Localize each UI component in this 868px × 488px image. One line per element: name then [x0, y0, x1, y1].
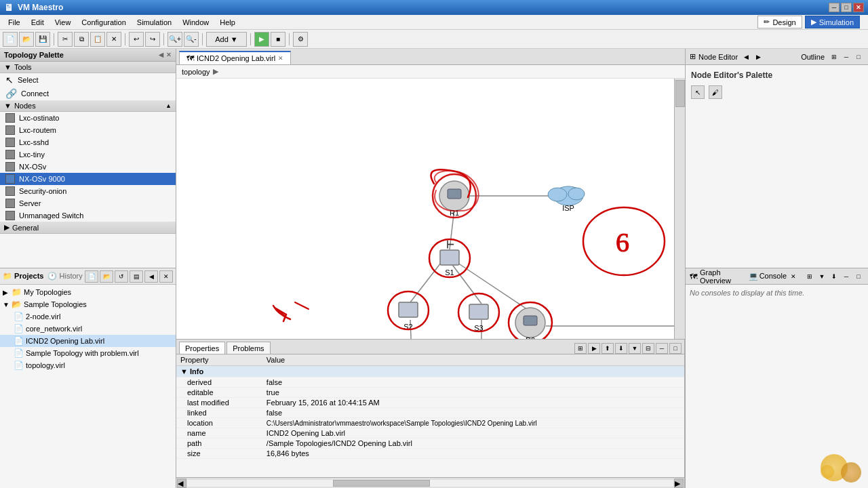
cut-button[interactable]: ✂ — [58, 32, 73, 47]
prop-maximize[interactable]: □ — [669, 343, 682, 354]
proj-folder-btn[interactable]: 📂 — [100, 270, 113, 283]
zoom-in-button[interactable]: 🔍+ — [167, 32, 182, 47]
general-section-header[interactable]: ▶ General — [0, 222, 176, 234]
prop-scroll-left[interactable]: ◀ — [177, 479, 186, 488]
prop-btn-1[interactable]: ⊞ — [574, 343, 587, 354]
menu-file[interactable]: File — [3, 17, 26, 28]
node-lxc-tiny[interactable]: Lxc-tiny — [0, 148, 176, 161]
prop-section-info: ▼ Info — [176, 366, 684, 378]
tab-close-button[interactable]: ✕ — [278, 55, 283, 62]
menu-simulation[interactable]: Simulation — [132, 17, 177, 28]
minimize-button[interactable]: ─ — [829, 3, 840, 12]
console-min-btn[interactable]: ─ — [841, 272, 852, 281]
delete-button[interactable]: ✕ — [106, 32, 121, 47]
node-editor-icon-row: ↖ 🖌 — [688, 83, 865, 102]
node-security-onion[interactable]: Security-onion — [0, 185, 176, 197]
tree-2node[interactable]: 📄 2-node.virl — [0, 310, 176, 323]
menu-edit[interactable]: Edit — [26, 17, 50, 28]
properties-tab[interactable]: Properties — [179, 342, 225, 354]
open-button[interactable]: 📂 — [19, 32, 34, 47]
maximize-button[interactable]: □ — [841, 3, 852, 12]
tree-sample-problem[interactable]: 📄 Sample Topology with problem.virl — [0, 347, 176, 359]
prop-btn-5[interactable]: ▼ — [629, 343, 641, 354]
prop-hscrollbar[interactable]: ◀ ▶ — [176, 477, 684, 488]
canvas[interactable]: R1 ISP ┣━ S1 S2 S3 R2 — [176, 79, 685, 339]
paste-button[interactable]: 📋 — [90, 32, 105, 47]
prop-btn-6[interactable]: ⊟ — [642, 343, 654, 354]
outline-btn[interactable]: ⊞ — [829, 52, 840, 62]
nodes-collapse-icon[interactable]: ▲ — [165, 102, 172, 109]
console-toolbar-1[interactable]: ⊞ — [804, 272, 815, 281]
tree-core-network[interactable]: 📄 core_network.virl — [0, 323, 176, 335]
menu-help[interactable]: Help — [214, 17, 241, 28]
console-toolbar-2[interactable]: ▼ — [816, 272, 827, 281]
node-editor-collapse-btn[interactable]: ◀ — [741, 52, 751, 62]
canvas-scroll-thumb[interactable] — [675, 80, 685, 107]
menu-view[interactable]: View — [50, 17, 77, 28]
tool-connect[interactable]: 🔗 Connect — [0, 87, 176, 100]
settings-button[interactable]: ⚙ — [293, 32, 308, 47]
proj-collapse-btn[interactable]: ◀ — [144, 270, 158, 283]
console-max-btn[interactable]: □ — [853, 272, 864, 281]
tool-select[interactable]: ↖ Select — [0, 73, 176, 87]
tree-my-topologies[interactable]: ▶ 📁 My Topologies — [0, 286, 176, 298]
tree-icnd2[interactable]: 📄 ICND2 Opening Lab.virl — [0, 335, 176, 347]
ne-max-btn[interactable]: □ — [853, 52, 864, 62]
ne-min-btn[interactable]: ─ — [841, 52, 852, 62]
prop-btn-4[interactable]: ⬇ — [615, 343, 627, 354]
nx-osv-9000-icon — [5, 174, 15, 184]
ne-paint-icon[interactable]: 🖌 — [709, 85, 722, 99]
ne-cursor-icon[interactable]: ↖ — [691, 85, 705, 99]
canvas-scrollbar[interactable] — [674, 79, 685, 339]
topology-palette: Topology Palette ◀ ✕ ▼ Tools ↖ Select 🔗 — [0, 49, 176, 268]
problems-tab[interactable]: Problems — [226, 342, 270, 354]
title-bar: 🖥 VM Maestro ─ □ ✕ — [0, 0, 868, 15]
proj-close-btn[interactable]: ✕ — [159, 270, 173, 283]
undo-button[interactable]: ↩ — [129, 32, 144, 47]
node-server[interactable]: Server — [0, 197, 176, 209]
node-nx-osv[interactable]: NX-OSv — [0, 161, 176, 173]
node-unmanaged-switch[interactable]: Unmanaged Switch — [0, 209, 176, 222]
close-button[interactable]: ✕ — [853, 3, 864, 12]
node-editor-expand-btn[interactable]: ▶ — [753, 52, 764, 62]
node-lxc-routem[interactable]: Lxc-routem — [0, 124, 176, 136]
proj-refresh-btn[interactable]: ↺ — [115, 270, 128, 283]
add-node-button[interactable]: Add ▼ — [206, 32, 247, 47]
menu-window[interactable]: Window — [177, 17, 214, 28]
node-lxc-sshd[interactable]: Lxc-sshd — [0, 136, 176, 148]
node-lxc-routem-label: Lxc-routem — [19, 126, 56, 134]
zoom-out-button[interactable]: 🔍- — [184, 32, 199, 47]
prop-minimize[interactable]: ─ — [656, 343, 668, 354]
proj-new-btn[interactable]: 📄 — [85, 270, 98, 283]
simulation-button[interactable]: ▶ Simulation — [805, 16, 860, 28]
stop-button[interactable]: ■ — [271, 32, 285, 47]
node-lxc-ostinato[interactable]: Lxc-ostinato — [0, 112, 176, 124]
new-button[interactable]: 📄 — [3, 32, 18, 47]
design-button[interactable]: ✏ Design — [757, 16, 802, 28]
projects-tab[interactable]: 📁 Projects — [3, 272, 43, 281]
node-nx-osv-9000[interactable]: NX-OSv 9000 — [0, 173, 176, 185]
history-tab[interactable]: 🕐 History — [47, 272, 82, 281]
nodes-section-header[interactable]: ▼ Nodes ▲ — [0, 100, 176, 112]
prop-btn-2[interactable]: ▶ — [588, 343, 600, 354]
tree-sample-topologies[interactable]: ▼ 📂 Sample Topologies — [0, 298, 176, 310]
menu-configuration[interactable]: Configuration — [76, 17, 131, 28]
prop-btn-3[interactable]: ⬆ — [601, 343, 614, 354]
console-close-btn[interactable]: ✕ — [788, 272, 799, 281]
console-decoration-3 — [821, 465, 834, 479]
console-toolbar-3[interactable]: ⬇ — [829, 272, 840, 281]
tools-section-header[interactable]: ▼ Tools — [0, 62, 176, 73]
redo-button[interactable]: ↪ — [145, 32, 160, 47]
tree-topology-virl[interactable]: 📄 topology.virl — [0, 359, 176, 371]
play-button[interactable]: ▶ — [254, 32, 269, 47]
main-tab[interactable]: 🗺 ICND2 Opening Lab.virl ✕ — [179, 51, 291, 64]
prop-scroll-right[interactable]: ▶ — [674, 479, 684, 488]
svg-text:┣━: ┣━ — [446, 240, 454, 249]
palette-close-btn[interactable]: ✕ — [166, 52, 172, 58]
save-button[interactable]: 💾 — [35, 32, 50, 47]
proj-view-btn[interactable]: ▤ — [130, 270, 143, 283]
palette-collapse-btn[interactable]: ◀ — [159, 52, 163, 58]
copy-button[interactable]: ⧉ — [74, 32, 89, 47]
prop-hscroll-thumb[interactable] — [333, 480, 430, 487]
node-editor-icon: ⊞ — [690, 52, 696, 61]
